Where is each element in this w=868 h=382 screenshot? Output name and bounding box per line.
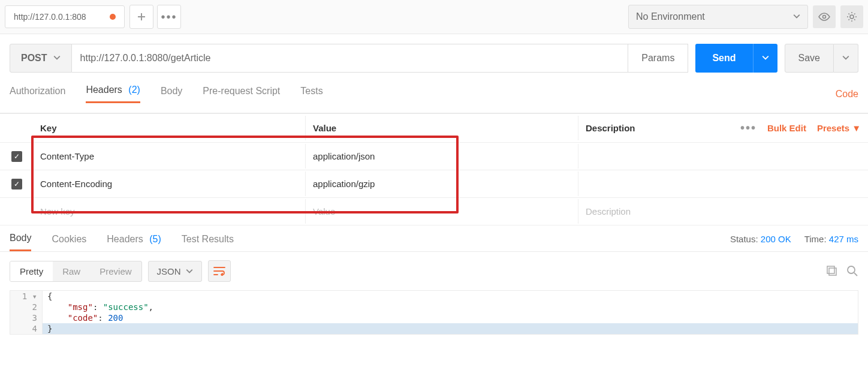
header-key-input[interactable]: Content-Type	[33, 144, 306, 169]
environment-label: No Environment	[636, 11, 705, 22]
header-desc-input[interactable]	[578, 149, 868, 164]
header-value-input[interactable]: application/gzip	[306, 172, 578, 196]
send-button[interactable]: Send	[695, 44, 752, 73]
header-desc-input[interactable]: Description	[578, 199, 868, 224]
tab-body[interactable]: Body	[161, 86, 182, 103]
table-row: ✓ Content-Encoding application/gzip	[0, 170, 868, 198]
caret-down-icon: ▼	[852, 123, 861, 133]
dirty-indicator-icon	[110, 14, 116, 20]
svg-rect-2	[829, 268, 836, 275]
view-pretty[interactable]: Pretty	[10, 261, 53, 281]
copy-icon[interactable]	[826, 265, 838, 277]
tab-options-button[interactable]: •••	[157, 5, 181, 29]
method-label: POST	[21, 53, 47, 64]
params-button[interactable]: Params	[628, 44, 688, 73]
headers-table: Key Value Description ••• Bulk Edit Pres…	[0, 113, 868, 225]
code-link[interactable]: Code	[836, 89, 858, 100]
col-value: Value	[306, 116, 578, 140]
svg-point-4	[848, 266, 855, 273]
method-select[interactable]: POST	[10, 44, 72, 73]
response-tab-headers[interactable]: Headers (5)	[107, 234, 161, 251]
bulk-edit-link[interactable]: Bulk Edit	[767, 123, 806, 133]
tab-prerequest[interactable]: Pre-request Script	[203, 86, 280, 103]
ellipsis-icon: •••	[161, 10, 177, 24]
environment-preview-button[interactable]	[813, 5, 836, 28]
request-builder: POST Params Send Save Authorization Head…	[0, 34, 868, 113]
columns-options-button[interactable]: •••	[740, 121, 757, 135]
header-value-input[interactable]: Value	[306, 199, 578, 224]
new-tab-button[interactable]	[129, 5, 153, 29]
status-value: 200 OK	[761, 234, 791, 244]
presets-dropdown[interactable]: Presets ▼	[817, 123, 861, 133]
view-preview[interactable]: Preview	[90, 261, 141, 281]
request-tab-label: http://127.0.0.1:808	[14, 12, 86, 22]
tab-authorization[interactable]: Authorization	[10, 86, 65, 103]
col-description: Description ••• Bulk Edit Presets ▼	[578, 114, 868, 142]
response-meta: Status: 200 OK Time: 427 ms	[730, 234, 858, 250]
gear-icon	[846, 11, 857, 22]
response-tab-cookies[interactable]: Cookies	[52, 234, 86, 251]
time-value: 427 ms	[829, 234, 858, 244]
wrap-icon	[213, 266, 225, 276]
send-dropdown-button[interactable]	[753, 44, 777, 73]
chevron-down-icon	[186, 267, 193, 275]
header-key-input[interactable]: Content-Encoding	[33, 172, 306, 196]
svg-rect-3	[827, 266, 834, 273]
eye-icon	[818, 13, 830, 21]
search-icon[interactable]	[846, 265, 858, 277]
format-select[interactable]: JSON	[148, 261, 202, 282]
table-row: New key Value Description	[0, 198, 868, 225]
headers-header-row: Key Value Description ••• Bulk Edit Pres…	[0, 114, 868, 143]
svg-point-1	[850, 15, 854, 19]
response-body[interactable]: 1 ▾{2 "msg": "success",3 "code": 2004}	[10, 290, 858, 335]
request-tabs: Authorization Headers (2) Body Pre-reque…	[10, 85, 858, 103]
response-tabs: Body Cookies Headers (5) Test Results St…	[0, 225, 868, 252]
request-tab[interactable]: http://127.0.0.1:808	[5, 5, 125, 28]
settings-button[interactable]	[840, 5, 863, 28]
response-tab-body[interactable]: Body	[10, 233, 31, 251]
chevron-down-icon	[793, 11, 800, 22]
wrap-lines-button[interactable]	[208, 260, 231, 282]
view-mode-toggle: Pretty Raw Preview	[10, 261, 142, 282]
svg-point-0	[823, 16, 826, 19]
url-input[interactable]	[72, 44, 629, 73]
save-dropdown-button[interactable]	[834, 44, 858, 73]
top-bar: http://127.0.0.1:808 ••• No Environment	[0, 0, 868, 34]
response-tab-tests[interactable]: Test Results	[182, 234, 234, 251]
save-button[interactable]: Save	[785, 44, 834, 73]
tab-headers[interactable]: Headers (2)	[86, 85, 140, 103]
plus-icon	[137, 13, 146, 21]
header-key-input[interactable]: New key	[33, 199, 306, 224]
row-checkbox[interactable]: ✓	[11, 151, 22, 162]
table-row: ✓ Content-Type application/json	[0, 143, 868, 170]
chevron-down-icon	[842, 54, 849, 61]
row-checkbox[interactable]: ✓	[11, 179, 22, 190]
response-controls: Pretty Raw Preview JSON	[0, 252, 868, 290]
chevron-down-icon	[53, 53, 61, 64]
col-key: Key	[33, 116, 306, 140]
tab-tests[interactable]: Tests	[300, 86, 323, 103]
header-desc-input[interactable]	[578, 177, 868, 191]
environment-select[interactable]: No Environment	[628, 5, 808, 29]
chevron-down-icon	[762, 54, 769, 61]
header-value-input[interactable]: application/json	[306, 144, 578, 169]
view-raw[interactable]: Raw	[53, 261, 90, 281]
